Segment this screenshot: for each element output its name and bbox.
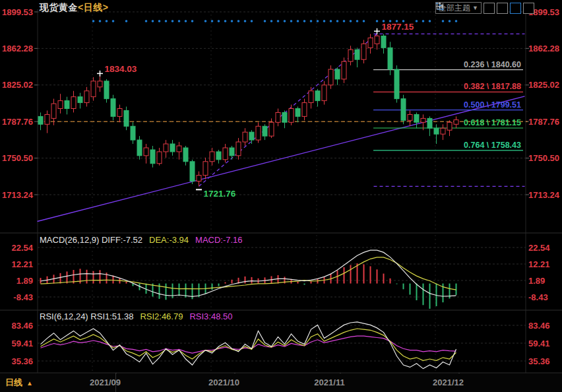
signal-dot [185,20,187,22]
price-axis-label-left: 1750.50 [2,153,33,163]
collapse-pane-icon[interactable] [523,3,534,14]
candle-body [335,69,340,79]
candle-body [183,148,188,162]
macd-params: MACD(26,12,9) [40,235,99,245]
candle-body [117,109,122,117]
date-label: 2021/12 [433,377,464,387]
signal-dot [376,20,379,22]
signal-dot [416,20,418,22]
candle-body [104,81,109,99]
rsi-axis-label-right: 59.41 [528,339,550,348]
chart-toolbar: 全部主题 ▼ [435,2,534,14]
price-annotation: 1834.03 [105,64,137,74]
fib-label: 0.618 \ 1781.15 [464,118,521,127]
candle-body [454,120,458,125]
candle-body [157,152,162,164]
signal-dot [99,20,102,22]
candle-body [58,101,63,109]
candle-body [249,132,254,140]
rsi-readout: RSI(6,12,24) RSI1:51.38RSI2:46.79RSI3:48… [40,311,232,321]
signal-dot [429,20,431,22]
macd-macd-value: MACD:-7.16 [195,235,243,245]
macd-readout: MACD(26,12,9) DIFF:-7.52DEA:-3.94MACD:-7… [40,235,243,245]
candle-body [223,148,228,160]
candle-body [381,36,386,48]
candle-body [177,146,181,152]
macd-axis-label-left: 22.54 [11,243,33,253]
fib-label: 0.382 \ 1817.88 [464,82,521,91]
rsi2-value: RSI2:46.79 [140,311,183,321]
candle-body [361,44,366,59]
fib-label: 0.236 \ 1840.60 [464,60,521,69]
candle-body [38,116,43,124]
signal-dot [350,20,352,22]
candle-body [243,132,247,142]
candle-body [375,36,379,44]
signal-dot [317,20,319,22]
macd-diff-line [41,250,456,296]
signal-dot [270,20,273,22]
candle-body [216,152,221,160]
candle-body [434,128,439,134]
candle-body [289,109,294,123]
period-selector-label: 日线 [5,377,22,389]
date-label: 2021/09 [90,377,121,387]
candle-body [328,69,333,85]
candle-body [203,162,208,176]
candle-body [263,126,267,136]
candle-body [210,152,214,162]
trading-chart-window: 1899.531899.531862.281862.281825.021825.… [0,0,562,392]
signal-dot [204,20,207,22]
price-axis-label-left: 1899.53 [2,7,33,17]
candle-body [296,109,300,117]
macd-axis-label-right: -8.43 [528,292,548,302]
candle-body [355,49,359,59]
chart-title: 现货黄金<日线> [40,2,108,14]
candle-body [98,81,102,87]
chevron-down-icon: ▼ [472,5,478,11]
rsi-axis-label-left: 35.36 [11,356,33,366]
signal-dot [356,20,359,22]
price-axis-label-right: 1750.50 [528,153,559,163]
signal-dot [218,20,220,22]
candle-body [342,61,346,79]
axis-pan-active-icon[interactable] [510,3,521,14]
signal-dot [106,20,108,22]
candle-body [230,148,234,156]
candle-body [302,103,307,117]
macd-axis-label-left: 12.21 [11,259,33,269]
candle-body [447,122,452,130]
candle-body [150,150,155,164]
macd-dea-value: DEA:-3.94 [149,235,189,245]
candle-body [236,142,241,156]
signal-dot [290,20,293,22]
price-axis-label-right: 1787.76 [528,117,559,127]
signal-dot [172,20,174,22]
axis-zoom-icon[interactable] [497,3,508,14]
instrument-name: 现货黄金 [40,2,78,13]
candle-body [401,99,406,121]
candle-body [322,85,327,101]
signal-dot [264,20,266,22]
candle-body [137,140,142,156]
signal-dot [251,20,253,22]
signal-dot [152,20,154,22]
candle-body [111,99,115,117]
macd-dea-line [41,257,456,290]
chart-canvas: 1899.531899.531862.281862.281825.021825.… [0,0,562,392]
candle-body [190,162,195,181]
signal-dot [297,20,299,22]
candle-body [91,81,96,97]
time-axis-bar: 日线 ▲ 2021/092021/102021/112021/12 [0,374,562,392]
signal-dot [310,20,313,22]
candle-body [71,97,76,109]
candle-body [282,112,287,122]
signal-dot [284,20,286,22]
price-axis-label-right: 1862.28 [528,44,559,53]
candle-body [441,128,445,134]
candle-body [394,69,399,99]
rsi1-value: RSI1:51.38 [90,311,133,321]
period-tag: <日线> [78,2,108,13]
move-icon[interactable] [484,3,495,14]
rsi2-line [41,329,456,360]
